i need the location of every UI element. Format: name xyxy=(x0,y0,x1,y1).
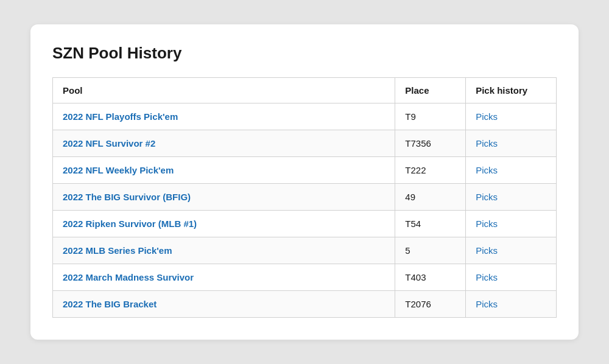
picks-cell: Picks xyxy=(466,237,557,264)
pool-name-cell: 2022 The BIG Bracket xyxy=(53,291,395,318)
pool-history-table: Pool Place Pick history 2022 NFL Playoff… xyxy=(52,77,557,318)
picks-link[interactable]: Picks xyxy=(476,299,498,309)
picks-cell: Picks xyxy=(466,184,557,211)
pool-name-link[interactable]: 2022 NFL Survivor #2 xyxy=(63,138,155,149)
pool-name-cell: 2022 March Madness Survivor xyxy=(53,264,395,291)
place-cell: 49 xyxy=(395,184,466,211)
pool-name-cell: 2022 MLB Series Pick'em xyxy=(53,237,395,264)
place-cell: T222 xyxy=(395,157,466,184)
column-header-pool: Pool xyxy=(53,78,395,103)
pool-name-link[interactable]: 2022 NFL Playoffs Pick'em xyxy=(63,111,178,122)
column-header-place: Place xyxy=(395,78,466,103)
place-cell: T9 xyxy=(395,103,466,130)
table-row: 2022 Ripken Survivor (MLB #1)T54Picks xyxy=(53,211,557,237)
table-row: 2022 NFL Survivor #2T7356Picks xyxy=(53,130,557,157)
pool-history-card: SZN Pool History Pool Place Pick history… xyxy=(30,24,579,340)
table-row: 2022 The BIG BracketT2076Picks xyxy=(53,291,557,318)
place-cell: 5 xyxy=(395,237,466,264)
place-cell: T54 xyxy=(395,211,466,237)
picks-cell: Picks xyxy=(466,103,557,130)
table-row: 2022 NFL Weekly Pick'emT222Picks xyxy=(53,157,557,184)
pool-name-cell: 2022 Ripken Survivor (MLB #1) xyxy=(53,211,395,237)
picks-cell: Picks xyxy=(466,211,557,237)
picks-link[interactable]: Picks xyxy=(476,245,498,256)
pool-name-cell: 2022 NFL Playoffs Pick'em xyxy=(53,103,395,130)
picks-cell: Picks xyxy=(466,291,557,318)
place-cell: T403 xyxy=(395,264,466,291)
pool-name-link[interactable]: 2022 The BIG Survivor (BFIG) xyxy=(63,192,191,202)
picks-cell: Picks xyxy=(466,264,557,291)
place-cell: T2076 xyxy=(395,291,466,318)
pool-name-link[interactable]: 2022 MLB Series Pick'em xyxy=(63,245,172,256)
pool-name-link[interactable]: 2022 March Madness Survivor xyxy=(63,272,194,282)
picks-cell: Picks xyxy=(466,130,557,157)
table-row: 2022 NFL Playoffs Pick'emT9Picks xyxy=(53,103,557,130)
pool-name-link[interactable]: 2022 The BIG Bracket xyxy=(63,299,157,309)
picks-link[interactable]: Picks xyxy=(476,219,498,229)
table-row: 2022 March Madness SurvivorT403Picks xyxy=(53,264,557,291)
pool-name-link[interactable]: 2022 NFL Weekly Pick'em xyxy=(63,165,174,175)
table-row: 2022 MLB Series Pick'em5Picks xyxy=(53,237,557,264)
pool-name-cell: 2022 NFL Weekly Pick'em xyxy=(53,157,395,184)
table-header-row: Pool Place Pick history xyxy=(53,78,557,103)
picks-link[interactable]: Picks xyxy=(476,272,498,282)
pool-name-cell: 2022 NFL Survivor #2 xyxy=(53,130,395,157)
column-header-pick-history: Pick history xyxy=(466,78,557,103)
picks-link[interactable]: Picks xyxy=(476,165,498,175)
page-title: SZN Pool History xyxy=(52,44,557,63)
picks-link[interactable]: Picks xyxy=(476,138,498,149)
pool-name-cell: 2022 The BIG Survivor (BFIG) xyxy=(53,184,395,211)
picks-cell: Picks xyxy=(466,157,557,184)
picks-link[interactable]: Picks xyxy=(476,111,498,122)
place-cell: T7356 xyxy=(395,130,466,157)
table-row: 2022 The BIG Survivor (BFIG)49Picks xyxy=(53,184,557,211)
picks-link[interactable]: Picks xyxy=(476,192,498,202)
pool-name-link[interactable]: 2022 Ripken Survivor (MLB #1) xyxy=(63,219,197,229)
